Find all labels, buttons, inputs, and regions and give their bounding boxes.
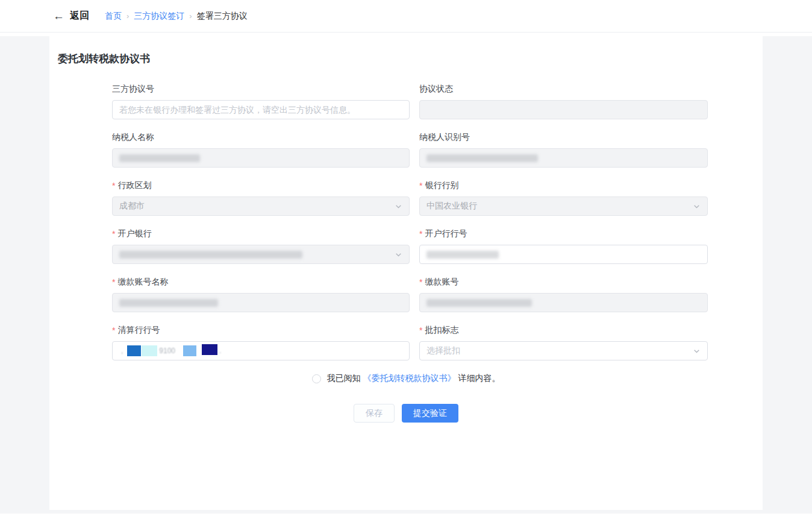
back-arrow-icon: ←: [53, 10, 64, 22]
breadcrumb: 首页 › 三方协议签订 › 签署三方协议: [105, 11, 248, 22]
field-label: 清算行行号: [117, 325, 160, 336]
chevron-down-icon: [395, 251, 402, 259]
redacted-fragment: 9100: [159, 347, 175, 355]
redaction-block: [142, 345, 157, 356]
field-label: 协议状态: [419, 84, 453, 95]
breadcrumb-separator-icon: ›: [189, 11, 192, 20]
page-title: 委托划转税款协议书: [58, 52, 763, 66]
agreement-form: 三方协议号 协议状态 纳税人名称 纳税: [112, 83, 708, 360]
form-card: 委托划转税款协议书 三方协议号 协议状态 纳税人名称: [49, 36, 763, 510]
payment-account-name-input: [112, 293, 410, 312]
agreement-confirm-row: 我已阅知 《委托划转税款协议书》 详细内容。: [49, 373, 763, 384]
required-mark: *: [112, 181, 115, 190]
redacted-fragment: .: [219, 347, 221, 355]
agree-text-prefix: 我已阅知: [327, 373, 361, 384]
field-label: 行政区划: [117, 180, 151, 191]
redaction-block: [127, 345, 141, 356]
agreement-doc-link[interactable]: 《委托划转税款协议书》: [363, 373, 456, 384]
field-agreement-no: 三方协议号: [112, 83, 410, 119]
redacted-value: [426, 299, 532, 307]
batch-deduct-flag-select[interactable]: 选择批扣: [419, 341, 708, 360]
required-mark: *: [112, 325, 115, 335]
redacted-value: [426, 154, 538, 162]
breadcrumb-home[interactable]: 首页: [105, 11, 122, 22]
submit-verify-button[interactable]: 提交验证: [402, 404, 458, 423]
field-label: 纳税人名称: [112, 132, 154, 143]
field-label: 纳税人识别号: [419, 132, 470, 143]
required-mark: *: [419, 181, 422, 190]
taxpayer-name-input: [112, 148, 410, 168]
agreement-status-input: [419, 100, 708, 119]
agree-radio[interactable]: [312, 374, 321, 383]
opening-bank-no-input[interactable]: [419, 245, 708, 264]
field-admin-region: * 行政区划 成都市: [112, 180, 410, 216]
bottom-white-strip: [0, 514, 812, 522]
bank-category-select: 中国农业银行: [419, 197, 708, 216]
admin-region-select: 成都市: [112, 197, 410, 216]
field-label: 开户银行: [117, 228, 151, 239]
field-clearing-bank-no: * 清算行行号 , 9100 .: [112, 324, 410, 360]
breadcrumb-agreement-signing[interactable]: 三方协议签订: [134, 11, 184, 22]
agreement-no-input[interactable]: [112, 100, 410, 119]
redacted-value: [119, 299, 218, 307]
breadcrumb-current: 签署三方协议: [197, 11, 248, 22]
redacted-value: [426, 251, 499, 259]
breadcrumb-separator-icon: ›: [126, 11, 129, 20]
field-agreement-status: 协议状态: [419, 83, 708, 119]
opening-bank-select: [112, 245, 410, 264]
field-opening-bank-no: * 开户行行号: [419, 228, 708, 264]
field-batch-deduct-flag: * 批扣标志 选择批扣: [419, 324, 708, 360]
payment-account-no-input: [419, 293, 708, 312]
taxpayer-id-input: [419, 148, 708, 168]
field-label: 缴款账号名称: [117, 277, 168, 288]
required-mark: *: [419, 229, 422, 239]
field-label: 三方协议号: [112, 84, 154, 95]
field-opening-bank: * 开户银行: [112, 228, 410, 264]
field-label: 银行行别: [425, 180, 458, 191]
field-payment-account-name: * 缴款账号名称: [112, 276, 410, 312]
form-actions: 保存 提交验证: [49, 404, 763, 423]
redacted-value: [119, 251, 302, 259]
back-button[interactable]: ← 返回: [53, 10, 89, 22]
back-label: 返回: [70, 10, 89, 22]
chevron-down-icon: [395, 203, 402, 210]
redaction-block: [202, 344, 217, 355]
top-bar: ← 返回 首页 › 三方协议签订 › 签署三方协议: [0, 0, 812, 33]
redaction-block: [183, 345, 196, 356]
field-payment-account-no: * 缴款账号: [419, 276, 708, 312]
field-label: 批扣标志: [425, 325, 458, 336]
page-background: 委托划转税款协议书 三方协议号 协议状态 纳税人名称: [0, 36, 812, 514]
field-label: 开户行行号: [425, 228, 467, 239]
clearing-bank-no-input[interactable]: , 9100 .: [112, 341, 410, 360]
field-label: 缴款账号: [425, 277, 458, 288]
field-bank-category: * 银行行别 中国农业银行: [419, 180, 708, 216]
save-button[interactable]: 保存: [354, 404, 395, 423]
redacted-value: [119, 154, 200, 162]
redacted-fragment: ,: [121, 347, 123, 355]
field-taxpayer-id: 纳税人识别号: [419, 131, 708, 168]
field-taxpayer-name: 纳税人名称: [112, 131, 410, 168]
required-mark: *: [419, 277, 422, 287]
chevron-down-icon: [693, 347, 701, 355]
required-mark: *: [112, 277, 115, 287]
required-mark: *: [419, 325, 422, 335]
required-mark: *: [112, 229, 115, 239]
agree-text-suffix: 详细内容。: [458, 373, 501, 384]
chevron-down-icon: [693, 203, 701, 210]
